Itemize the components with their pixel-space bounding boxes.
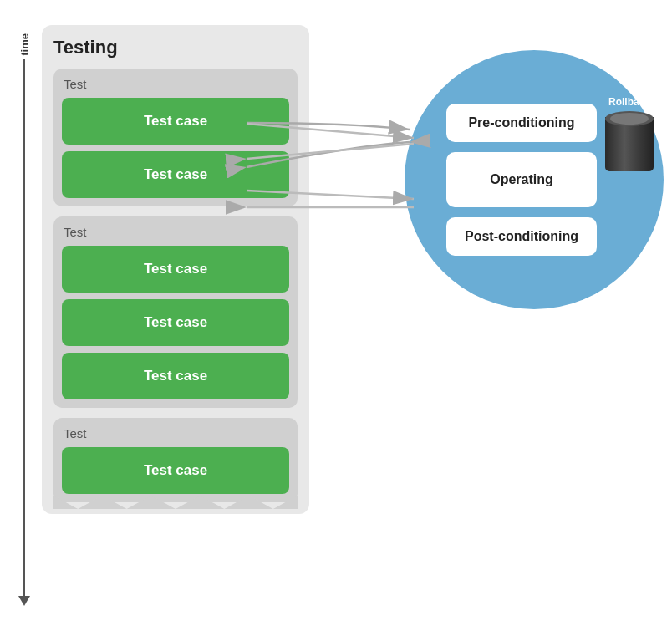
rollback-cylinder	[605, 111, 654, 171]
test-case-2-3[interactable]: Test case	[62, 353, 289, 399]
cylinder-top	[605, 111, 654, 126]
detail-circle: Pre-conditioning Operating Post-conditio…	[405, 50, 664, 309]
test-case-2-1[interactable]: Test case	[62, 246, 289, 293]
operating-box: Operating	[446, 152, 597, 207]
test-group-2: Test Test case Test case Test case	[53, 216, 298, 408]
test-group-1: Test Test case Test case	[53, 69, 298, 206]
testing-panel: Testing Test Test case Test case Test Te…	[42, 25, 309, 514]
time-axis: time	[15, 33, 33, 606]
group3-label: Test	[62, 426, 289, 440]
group1-label: Test	[62, 77, 289, 91]
main-container: time Testing Test Test case Test case Te…	[0, 0, 672, 631]
time-line	[23, 59, 25, 596]
pre-conditioning-box: Pre-conditioning	[446, 104, 597, 142]
post-conditioning-box: Post-conditioning	[446, 217, 597, 256]
test-case-2-2[interactable]: Test case	[62, 299, 289, 346]
time-label: time	[18, 33, 31, 56]
test-case-1-2[interactable]: Test case	[62, 151, 289, 198]
time-arrow-head	[18, 596, 30, 606]
cylinder-shine	[610, 113, 649, 125]
rollback-label: Rollback	[608, 96, 650, 108]
test-group-3: Test Test case	[53, 418, 298, 502]
test-case-1-1[interactable]: Test case	[62, 98, 289, 145]
test-case-3-1[interactable]: Test case	[62, 447, 289, 494]
phases-container: Pre-conditioning Operating Post-conditio…	[446, 104, 597, 256]
rollback-container: Rollback	[605, 96, 654, 171]
group2-label: Test	[62, 225, 289, 239]
testing-title: Testing	[53, 37, 298, 59]
